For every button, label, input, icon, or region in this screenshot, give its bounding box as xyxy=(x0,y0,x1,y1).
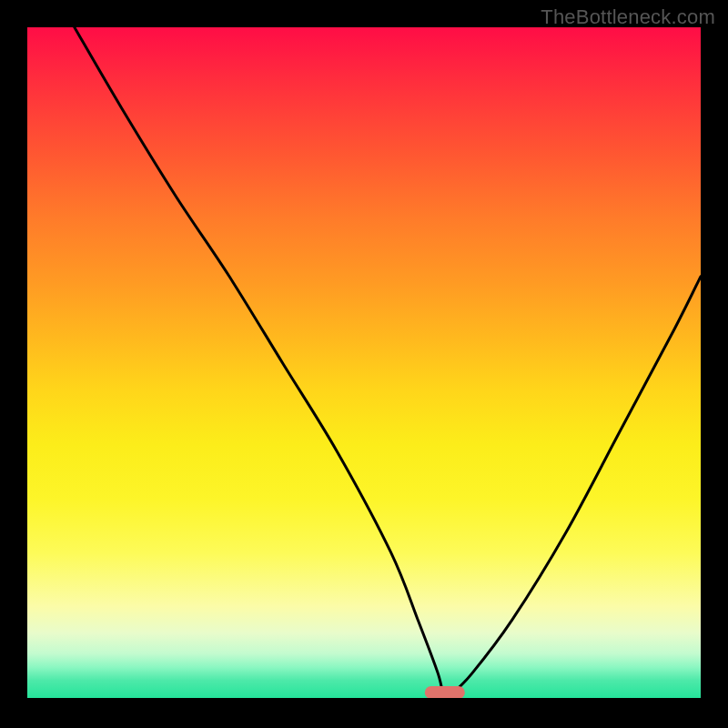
bottleneck-curve xyxy=(75,27,701,701)
chart-container: TheBottleneck.com xyxy=(0,0,728,728)
curve-layer xyxy=(27,27,701,701)
optimum-marker xyxy=(425,686,465,699)
x-axis xyxy=(27,698,701,701)
watermark-text: TheBottleneck.com xyxy=(541,5,715,29)
plot-area xyxy=(27,27,701,701)
